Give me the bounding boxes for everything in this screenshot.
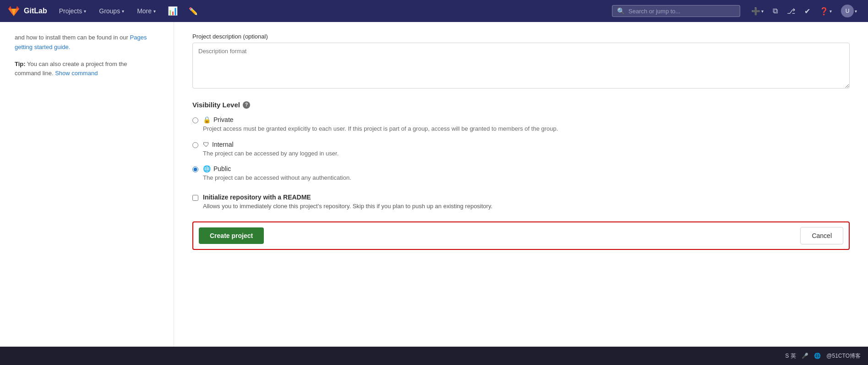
help-icon-btn[interactable]: ❓ ▾ bbox=[816, 5, 835, 17]
taskbar-item-1[interactable]: S 英 bbox=[785, 352, 796, 360]
visibility-option-public: 🌐 Public The project can be accessed wit… bbox=[192, 165, 850, 182]
visibility-option-private: 🔒 Private Project access must be granted… bbox=[192, 116, 850, 133]
nav-item-groups[interactable]: Groups ▾ bbox=[94, 6, 129, 17]
new-item-btn[interactable]: ➕ ▾ bbox=[748, 5, 767, 17]
tip-label: Tip: bbox=[15, 61, 26, 67]
visibility-radio-public[interactable] bbox=[192, 166, 198, 172]
buttons-row: Create project Cancel bbox=[192, 221, 850, 250]
private-desc: Project access must be granted explicitl… bbox=[203, 124, 558, 133]
page-wrapper: and how to install them can be found in … bbox=[0, 22, 868, 365]
brand-logo[interactable]: GitLab bbox=[7, 5, 47, 17]
left-panel: and how to install them can be found in … bbox=[0, 22, 174, 365]
todo-icon: ✔ bbox=[804, 7, 810, 16]
merge-request-icon-btn[interactable]: ⎇ bbox=[783, 5, 799, 17]
internal-desc: The project can be accessed by any logge… bbox=[203, 149, 338, 158]
cancel-button[interactable]: Cancel bbox=[800, 227, 843, 244]
readme-desc: Allows you to immediately clone this pro… bbox=[203, 202, 492, 211]
taskbar-mic-icon: 🎤 bbox=[802, 353, 808, 359]
description-label: Project description (optional) bbox=[192, 33, 850, 40]
right-panel: Project description (optional) Visibilit… bbox=[174, 22, 868, 365]
todo-icon-btn[interactable]: ✔ bbox=[801, 5, 814, 17]
readme-checkbox[interactable] bbox=[192, 195, 198, 201]
taskbar-net-icon: 🌐 bbox=[814, 353, 821, 359]
visibility-radio-internal[interactable] bbox=[192, 142, 198, 148]
navbar: GitLab Projects ▾ Groups ▾ More ▾ 📊 ✏️ 🔍… bbox=[0, 0, 868, 22]
gitlab-logo-icon bbox=[7, 5, 20, 17]
taskbar-lang-icon: S bbox=[785, 353, 789, 359]
visibility-help-icon[interactable]: ? bbox=[243, 101, 250, 109]
taskbar-item-3[interactable]: 🌐 bbox=[814, 353, 821, 359]
snippets-icon: ✏️ bbox=[189, 7, 198, 16]
create-project-button[interactable]: Create project bbox=[199, 227, 264, 244]
description-textarea[interactable] bbox=[192, 43, 850, 88]
groups-chevron-icon: ▾ bbox=[122, 9, 124, 14]
taskbar-bottom: S 英 🎤 🌐 @51CTO博客 bbox=[0, 347, 868, 365]
more-chevron-icon: ▾ bbox=[153, 9, 156, 14]
tip-section: Tip: You can also create a project from … bbox=[15, 60, 159, 79]
description-section: Project description (optional) bbox=[192, 33, 850, 90]
search-icon: 🔍 bbox=[617, 7, 625, 15]
visibility-option-internal: 🛡 Internal The project can be accessed b… bbox=[192, 141, 850, 158]
copy-icon: ⧉ bbox=[773, 7, 778, 15]
left-text-1: and how to install them can be found in … bbox=[15, 33, 159, 52]
avatar: U bbox=[841, 5, 854, 17]
taskbar-item-2[interactable]: 🎤 bbox=[802, 353, 808, 359]
plus-chevron-icon: ▾ bbox=[761, 9, 764, 14]
visibility-title: Visibility Level ? bbox=[192, 101, 850, 109]
analytics-icon-btn[interactable]: 📊 bbox=[164, 4, 181, 18]
avatar-btn[interactable]: U ▾ bbox=[837, 3, 861, 19]
readme-checkbox-row: Initialize repository with a README Allo… bbox=[192, 194, 850, 211]
public-desc: The project can be accessed without any … bbox=[203, 173, 351, 182]
globe-icon: 🌐 bbox=[203, 165, 211, 172]
search-input[interactable] bbox=[628, 8, 735, 15]
visibility-radio-private[interactable] bbox=[192, 117, 198, 123]
taskbar-51cto[interactable]: @51CTO博客 bbox=[826, 352, 861, 360]
visibility-section: Visibility Level ? 🔒 Private Project acc… bbox=[192, 101, 850, 182]
search-box[interactable]: 🔍 bbox=[612, 5, 740, 17]
readme-label: Initialize repository with a README bbox=[203, 194, 492, 201]
nav-item-more[interactable]: More ▾ bbox=[132, 6, 160, 17]
copy-icon-btn[interactable]: ⧉ bbox=[769, 5, 781, 17]
analytics-icon: 📊 bbox=[168, 6, 178, 16]
lock-icon: 🔒 bbox=[203, 116, 211, 123]
snippets-icon-btn[interactable]: ✏️ bbox=[185, 5, 202, 17]
help-icon: ❓ bbox=[819, 7, 829, 16]
merge-icon: ⎇ bbox=[787, 7, 795, 16]
help-chevron-icon: ▾ bbox=[830, 9, 832, 14]
taskbar-51cto-label: @51CTO博客 bbox=[826, 352, 861, 360]
nav-item-projects[interactable]: Projects ▾ bbox=[55, 6, 91, 17]
brand-label: GitLab bbox=[24, 7, 47, 15]
show-command-link[interactable]: Show command bbox=[55, 70, 98, 77]
plus-icon: ➕ bbox=[751, 7, 760, 16]
shield-icon: 🛡 bbox=[203, 141, 209, 148]
avatar-chevron-icon: ▾ bbox=[855, 9, 857, 14]
projects-chevron-icon: ▾ bbox=[84, 9, 86, 14]
